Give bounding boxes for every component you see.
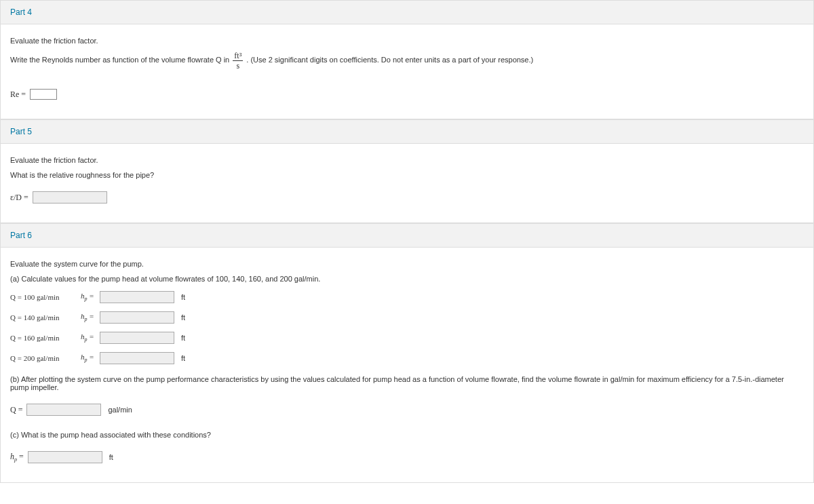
roughness-label: ε/D = (10, 193, 28, 203)
hp-row: Q = 140 gal/min hp = ft (10, 311, 804, 324)
hp-final-label: hp = (10, 452, 24, 463)
q-label: Q = 100 gal/min (10, 293, 77, 301)
hp-input-200[interactable] (100, 352, 174, 364)
part-6-instruction-c: (c) What is the pump head associated wit… (10, 431, 804, 439)
part-4-instruction-2: Write the Reynolds number as function of… (10, 52, 804, 70)
reynolds-input[interactable] (30, 89, 57, 100)
hp-final-row: hp = ft (10, 451, 804, 463)
part-6-instruction-1: Evaluate the system curve for the pump. (10, 260, 804, 268)
hp-unit: ft (181, 313, 185, 322)
part-5-body: Evaluate the friction factor. What is th… (1, 144, 813, 222)
hp-unit: ft (181, 334, 185, 342)
hp-label: hp = (81, 353, 96, 363)
hp-final-input[interactable] (28, 451, 102, 463)
part-5-instruction-1: Evaluate the friction factor. (10, 156, 804, 164)
roughness-input[interactable] (33, 191, 107, 203)
unit-den: s (233, 61, 243, 70)
q-label: Q = 140 gal/min (10, 313, 77, 322)
hp-row: Q = 160 gal/min hp = ft (10, 332, 804, 344)
part-6: Part 6 Evaluate the system curve for the… (0, 223, 814, 483)
part-6-instruction-b: (b) After plotting the system curve on t… (10, 375, 804, 391)
part-6-instruction-a: (a) Calculate values for the pump head a… (10, 275, 804, 283)
hp-label: hp = (81, 332, 96, 343)
hp-input-140[interactable] (100, 311, 174, 324)
unit-num: ft³ (233, 52, 243, 61)
roughness-row: ε/D = (10, 191, 804, 203)
part-4-instruction-1: Evaluate the friction factor. (10, 37, 804, 45)
part-4-instruction-2-post: . (Use 2 significant digits on coefficie… (246, 56, 533, 64)
unit-fraction: ft³ s (233, 52, 243, 70)
part-4-body: Evaluate the friction factor. Write the … (1, 24, 813, 119)
part-6-header: Part 6 (1, 224, 813, 248)
hp-input-160[interactable] (100, 332, 174, 344)
part-5-instruction-2: What is the relative roughness for the p… (10, 171, 804, 179)
q-label: Q = 200 gal/min (10, 354, 77, 362)
hp-label: hp = (81, 292, 96, 302)
hp-input-100[interactable] (100, 291, 174, 303)
part-4: Part 4 Evaluate the friction factor. Wri… (0, 0, 814, 119)
part-4-header: Part 4 (1, 1, 813, 24)
q-final-label: Q = (10, 405, 22, 415)
reynolds-row: Re = (10, 89, 804, 100)
q-label: Q = 160 gal/min (10, 334, 77, 342)
q-final-unit: gal/min (108, 406, 132, 414)
q-final-input[interactable] (26, 404, 101, 416)
hp-final-unit: ft (109, 453, 113, 461)
reynolds-label: Re = (10, 90, 26, 100)
hp-row: Q = 200 gal/min hp = ft (10, 352, 804, 364)
q-row: Q = gal/min (10, 404, 804, 416)
part-6-body: Evaluate the system curve for the pump. … (1, 248, 813, 482)
part-4-instruction-2-pre: Write the Reynolds number as function of… (10, 56, 231, 64)
hp-row: Q = 100 gal/min hp = ft (10, 291, 804, 303)
part-5: Part 5 Evaluate the friction factor. Wha… (0, 119, 814, 223)
hp-rows-container: Q = 100 gal/min hp = ft Q = 140 gal/min … (10, 291, 804, 364)
hp-label: hp = (81, 312, 96, 322)
hp-unit: ft (181, 293, 185, 301)
hp-unit: ft (181, 354, 185, 362)
part-5-header: Part 5 (1, 120, 813, 144)
